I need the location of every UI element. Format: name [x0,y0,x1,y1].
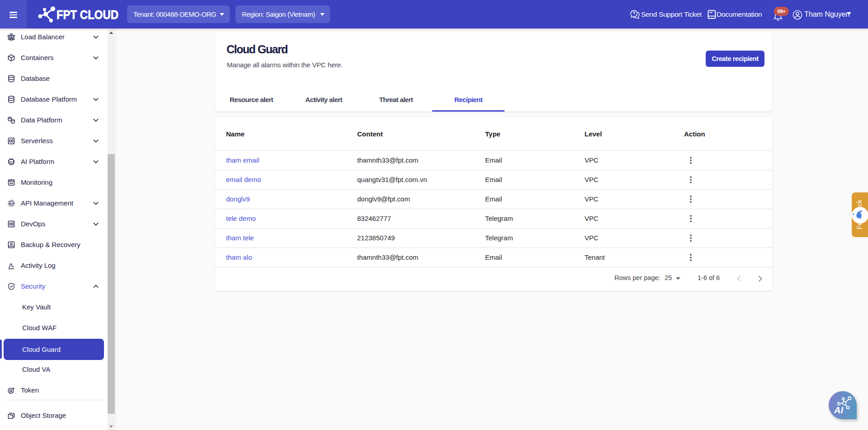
svg-text:FPT CLOUD: FPT CLOUD [57,8,118,22]
svg-text:AI: AI [834,405,843,415]
svg-text:API: API [9,202,13,205]
svg-text:AI: AI [10,161,13,164]
